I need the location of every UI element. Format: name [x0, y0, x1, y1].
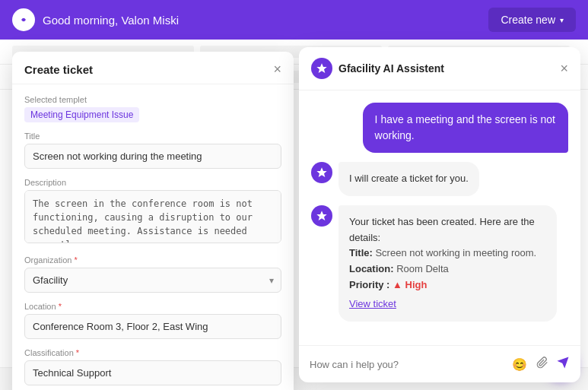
user-message: I have a meeting and the screen is not w…	[363, 103, 568, 153]
selected-template-badge: Meeting Equipment Issue	[24, 107, 139, 122]
description-group: Description The screen in the conference…	[24, 178, 281, 246]
header-left: Good morning, Valon Miski	[12, 8, 179, 31]
header-greeting: Good morning, Valon Miski	[43, 14, 179, 27]
ai-messages: I have a meeting and the screen is not w…	[299, 90, 580, 345]
modal-title: Create ticket	[24, 63, 93, 76]
organization-label: Organization	[24, 255, 281, 265]
ai-header-left: Gfacility AI Assistent	[311, 58, 444, 79]
ai-chat-window: Gfacility AI Assistent × I have a meetin…	[299, 47, 580, 382]
modal-close-button[interactable]: ×	[273, 62, 281, 76]
bot-message-1: I will create a ticket for you.	[338, 162, 479, 196]
selected-template-label: Selected templet	[24, 95, 281, 104]
ai-title: Gfacility AI Assistent	[338, 62, 444, 75]
classification-label: Classification	[24, 348, 281, 357]
organization-group: Organization Gfacility Other	[24, 255, 281, 293]
title-group: Title	[24, 132, 281, 169]
app-logo	[12, 8, 35, 31]
main-content: Created by Created at Create Create tick…	[0, 40, 588, 390]
ticket-priority-label: Priority :	[349, 279, 389, 290]
bot-avatar-2	[311, 205, 332, 227]
location-group: Location	[24, 302, 281, 339]
send-button[interactable]	[556, 356, 570, 373]
organization-select[interactable]: Gfacility Other	[24, 268, 281, 293]
classification-group: Classification	[24, 348, 281, 385]
modal-header: Create ticket ×	[12, 52, 294, 84]
emoji-button[interactable]: 😊	[510, 356, 529, 373]
ai-chat-input[interactable]	[310, 359, 504, 370]
bot-message-row-1: I will create a ticket for you.	[311, 162, 568, 196]
description-label: Description	[24, 178, 281, 187]
location-input[interactable]	[24, 314, 281, 339]
ai-input-area: 😊	[299, 345, 580, 382]
attach-button[interactable]	[535, 355, 550, 373]
ticket-title-label: Title:	[349, 247, 373, 258]
ai-input-icons: 😊	[510, 355, 570, 373]
ticket-location-label: Location:	[349, 263, 394, 274]
ai-assistant-panel: Gfacility AI Assistent × I have a meetin…	[299, 47, 580, 382]
create-new-label: Create new	[501, 14, 555, 26]
chevron-down-icon: ▾	[560, 16, 564, 24]
modal-body: Selected templet Meeting Equipment Issue…	[12, 84, 294, 390]
create-ticket-modal: Create ticket × Selected templet Meeting…	[12, 52, 294, 390]
bot-message-2: Your ticket has been created. Here are t…	[338, 205, 557, 322]
ai-header: Gfacility AI Assistent ×	[299, 47, 580, 90]
ticket-title-value: Screen not working in meeting room.	[375, 247, 536, 258]
ai-logo-icon	[311, 58, 332, 79]
classification-input[interactable]	[24, 360, 281, 385]
ticket-priority-value: High	[405, 279, 427, 290]
title-input[interactable]	[24, 144, 281, 169]
priority-up-icon: ▲	[393, 279, 402, 290]
description-textarea[interactable]: The screen in the conference room is not…	[24, 190, 281, 243]
bot-intro-text: Your ticket has been created. Here are t…	[349, 216, 535, 243]
title-label: Title	[24, 132, 281, 141]
location-label: Location	[24, 302, 281, 311]
create-new-button[interactable]: Create new ▾	[488, 8, 576, 32]
bot-avatar	[311, 162, 332, 183]
app-header: Good morning, Valon Miski Create new ▾	[0, 0, 588, 40]
ai-close-button[interactable]: ×	[560, 61, 568, 77]
organization-select-wrapper: Gfacility Other	[24, 268, 281, 293]
modal-overlay: Create ticket × Selected templet Meeting…	[0, 40, 297, 390]
bot-message-row-2: Your ticket has been created. Here are t…	[311, 205, 568, 322]
selected-template-group: Selected templet Meeting Equipment Issue	[24, 95, 281, 122]
ticket-location-value: Room Delta	[396, 263, 449, 274]
view-ticket-link[interactable]: View ticket	[349, 296, 396, 312]
